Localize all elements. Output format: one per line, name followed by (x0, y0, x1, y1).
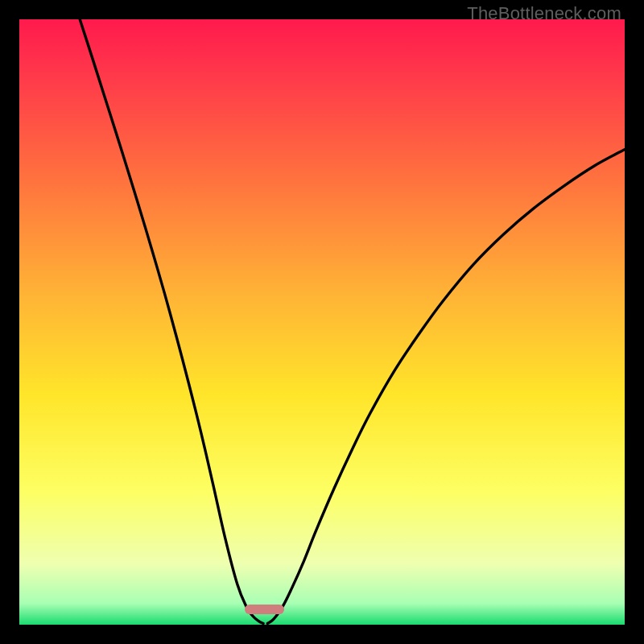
curves-layer (19, 19, 625, 625)
right-curve (267, 150, 625, 624)
left-curve (80, 19, 263, 623)
chart-frame: TheBottleneck.com (0, 0, 644, 644)
watermark-text: TheBottleneck.com (467, 3, 621, 24)
minimum-marker (245, 605, 284, 614)
plot-area (19, 19, 625, 625)
